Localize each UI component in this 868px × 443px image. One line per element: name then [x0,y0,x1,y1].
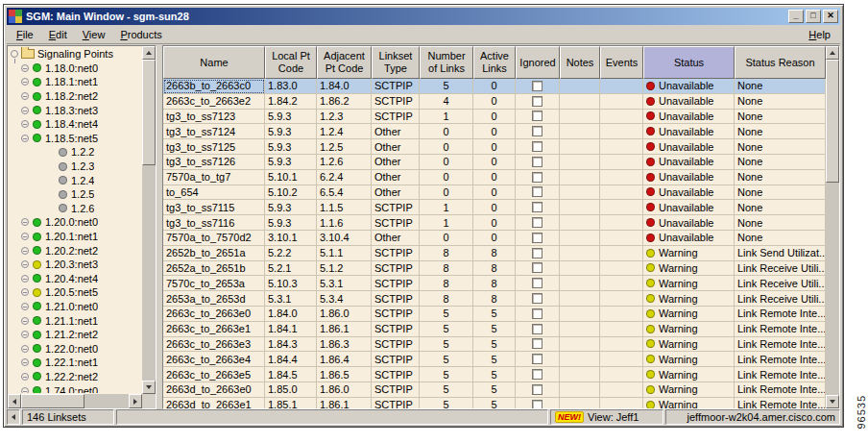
menu-item-file[interactable]: File [9,26,41,43]
ignored-checkbox[interactable] [532,186,542,197]
expand-handle-icon[interactable] [21,135,29,142]
ignored-checkbox[interactable] [532,141,542,152]
tree-horizontal-scrollbar[interactable] [8,394,142,408]
table-row[interactable]: 2663c_to_2663e0 1.84.0 1.86.0 SCTPIP 5 5… [163,307,826,322]
expand-handle-icon[interactable] [21,107,29,114]
table-row[interactable]: 2653a_to_2653d 5.3.1 5.3.4 SCTPIP 8 8 Wa… [163,291,826,307]
table-vertical-scrollbar[interactable] [826,46,839,408]
table-row[interactable]: 2663c_to_2663e2 1.84.2 1.86.2 SCTPIP 4 0… [163,94,826,110]
table-row[interactable]: tg3_to_ss7116 5.9.3 1.1.6 SCTPIP 1 0 Una… [163,215,826,231]
tree-node[interactable]: 1.18.3:net3 [9,103,141,117]
tree-node[interactable]: 1.22.0:net0 [9,341,141,356]
ignored-checkbox[interactable] [532,126,542,136]
tree-node[interactable]: 1.22.1:net1 [9,356,141,370]
column-header-status[interactable]: Status [643,46,735,79]
scroll-up-button[interactable] [826,46,839,60]
column-header-linkset-type[interactable]: Linkset Type [372,46,420,79]
table-row[interactable]: 2663d_to_2663e0 1.85.0 1.86.0 SCTPIP 5 5… [163,382,826,398]
tree-root-handle-icon[interactable] [11,50,18,58]
title-bar[interactable]: SGM: Main Window - sgm-sun28 _ □ ✕ [7,8,840,25]
tree-node[interactable]: 1.20.4:net4 [9,272,141,286]
ignored-checkbox[interactable] [532,384,542,395]
scrollbar-thumb[interactable] [142,60,156,165]
table-row[interactable]: to_654 5.10.2 6.5.4 Other 0 0 Unavailabl… [163,185,826,201]
tree-node[interactable]: 1.18.2:net2 [9,89,141,104]
tree-node[interactable]: 1.74.0:net0 [9,383,141,393]
column-header-active-links[interactable]: Active Links [473,46,516,79]
tree-node[interactable]: 1.18.4:net4 [9,117,141,132]
table-row[interactable]: tg3_to_ss7126 5.9.3 1.2.6 Other 0 0 Unav… [163,155,826,170]
table-row[interactable]: 2663c_to_2663e3 1.84.3 1.86.3 SCTPIP 5 5… [163,337,826,353]
table-row[interactable]: tg3_to_ss7123 5.9.3 1.2.3 SCTPIP 1 0 Una… [163,110,826,125]
scroll-left-button[interactable] [8,394,21,408]
tree-node[interactable]: 1.18.0:net0 [9,62,141,76]
column-header-adjacent-pt-code[interactable]: Adjacent Pt Code [317,46,372,79]
table-row[interactable]: 2663c_to_2663e1 1.84.1 1.86.1 SCTPIP 5 5… [163,322,826,337]
expand-handle-icon[interactable] [21,78,29,86]
table-row[interactable]: 7570a_to_7570d2 3.10.1 3.10.4 Other 0 0 … [163,231,826,246]
close-button[interactable]: ✕ [823,10,838,23]
ignored-checkbox[interactable] [532,157,542,167]
expand-handle-icon[interactable] [21,331,29,338]
ignored-checkbox[interactable] [532,354,542,364]
maximize-button[interactable]: □ [806,10,821,23]
column-header-events[interactable]: Events [600,46,643,79]
ignored-checkbox[interactable] [532,81,542,91]
expand-handle-icon[interactable] [21,64,29,72]
ignored-checkbox[interactable] [532,308,542,319]
tree-node[interactable]: 1.2.5 [9,187,141,202]
table-row[interactable]: tg3_to_ss7125 5.9.3 1.2.5 Other 0 0 Unav… [163,139,826,155]
tree-node[interactable]: 1.2.2 [9,145,141,160]
expand-handle-icon[interactable] [21,218,29,226]
ignored-checkbox[interactable] [532,338,542,349]
ignored-checkbox[interactable] [532,248,542,258]
table-row[interactable]: 2652b_to_2651a 5.2.2 5.1.1 SCTPIP 8 8 Wa… [163,246,826,261]
ignored-checkbox[interactable] [532,278,542,288]
ignored-checkbox[interactable] [532,233,542,243]
ignored-checkbox[interactable] [532,217,542,228]
table-row[interactable]: 7570c_to_2653a 5.10.3 5.3.1 SCTPIP 8 8 W… [163,276,826,291]
tree-node[interactable]: 1.18.5:net5 [9,132,141,146]
tree-node[interactable]: 1.20.3:net3 [9,258,141,272]
menu-item-products[interactable]: Products [112,26,169,43]
column-header-local-pt-code[interactable]: Local Pt Code [265,46,317,79]
table-row[interactable]: tg3_to_ss7115 5.9.3 1.1.5 SCTPIP 1 0 Una… [163,200,826,215]
column-header-name[interactable]: Name [163,46,265,79]
tree-root-node[interactable]: Signaling Points [9,47,141,62]
scroll-down-button[interactable] [142,381,156,394]
tree-node[interactable]: 1.21.2:net2 [9,328,141,342]
expand-handle-icon[interactable] [21,358,29,366]
expand-handle-icon[interactable] [21,233,29,240]
ignored-checkbox[interactable] [532,324,542,334]
ignored-checkbox[interactable] [532,202,542,212]
table-row[interactable]: 2652a_to_2651b 5.2.1 5.1.2 SCTPIP 8 8 Wa… [163,261,826,277]
scrollbar-thumb[interactable] [826,60,839,183]
column-header-status-reason[interactable]: Status Reason [735,46,826,79]
expand-handle-icon[interactable] [21,247,29,255]
tree-node[interactable]: 1.20.1:net1 [9,230,141,244]
tree-node[interactable]: 1.18.1:net1 [9,75,141,89]
tree-node[interactable]: 1.2.4 [9,173,141,187]
scroll-up-button[interactable] [142,46,156,60]
ignored-checkbox[interactable] [532,172,542,183]
expand-handle-icon[interactable] [21,275,29,283]
scroll-right-button[interactable] [129,394,142,408]
ignored-checkbox[interactable] [532,262,542,273]
menu-item-view[interactable]: View [75,26,113,43]
ignored-checkbox[interactable] [532,293,542,304]
tree-vertical-scrollbar[interactable] [142,46,156,394]
ignored-checkbox[interactable] [532,400,542,408]
expand-handle-icon[interactable] [21,373,29,381]
tree-node[interactable]: 1.21.1:net1 [9,313,141,328]
menu-item-help[interactable]: Help [801,26,838,43]
table-row[interactable]: tg3_to_ss7124 5.9.3 1.2.4 Other 0 0 Unav… [163,124,826,139]
ignored-checkbox[interactable] [532,96,542,107]
expand-handle-icon[interactable] [21,303,29,310]
expand-handle-icon[interactable] [21,120,29,128]
scrollbar-thumb[interactable] [21,394,84,408]
expand-handle-icon[interactable] [21,260,29,268]
status-scroll-left-button[interactable] [7,409,20,425]
tree-node[interactable]: 1.20.0:net0 [9,215,141,230]
tree-node[interactable]: 1.22.2:net2 [9,370,141,384]
column-header-notes[interactable]: Notes [560,46,600,79]
